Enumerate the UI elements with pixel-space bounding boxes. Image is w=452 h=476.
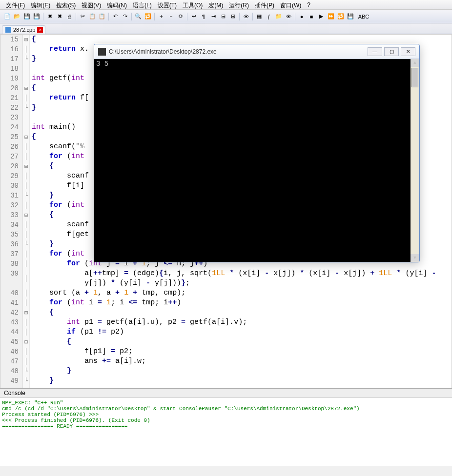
indent-button[interactable]: ⇥ — [209, 12, 218, 21]
console-stdout: 3 5 — [96, 60, 108, 68]
line-number: 20 — [0, 83, 19, 93]
child-console-window[interactable]: C:\Users\Administrator\Desktop\2872.exe … — [94, 44, 420, 262]
fold-column[interactable]: ⊟│└⊟│└⊟││⊟││└│⊟││└│││││⊟││⊟││└└ — [23, 35, 30, 388]
new-file-button[interactable]: 📄 — [3, 12, 12, 21]
fold-marker: │ — [23, 269, 29, 288]
fast-button[interactable]: ⏩ — [327, 12, 335, 21]
fold-marker[interactable]: ⊟ — [23, 83, 29, 93]
zoom-out-button[interactable]: － — [166, 12, 175, 21]
fold-marker: └ — [23, 376, 29, 386]
all-chars-button[interactable]: ¶ — [199, 12, 208, 21]
fold-marker: │ — [23, 249, 29, 259]
play-button[interactable]: ▶ — [317, 12, 326, 21]
save-all-button[interactable]: 💾 — [32, 12, 41, 21]
line-number: 33 — [0, 210, 19, 220]
save-macro-button[interactable]: 💾 — [346, 12, 355, 21]
console-output[interactable]: NPP_EXEC: "C++ Run" cmd /c (cd /d "C:\Us… — [0, 398, 452, 466]
console-window-body[interactable]: 3 5 ▲ ▼ — [94, 59, 419, 262]
code-line[interactable]: } — [32, 376, 452, 386]
fold-marker[interactable]: ⊟ — [23, 132, 29, 142]
code-line[interactable]: sort (a + 1, a + 1 + tmp, cmp); — [32, 288, 452, 298]
code-line[interactable]: for (int i = 1; i <= tmp; i++) — [32, 298, 452, 308]
func-list-button[interactable]: ƒ — [265, 12, 273, 21]
window-titlebar[interactable]: C:\Users\Administrator\Desktop\2872.exe … — [94, 44, 419, 59]
stop-button[interactable]: ■ — [307, 12, 316, 21]
menu-view[interactable]: 视图(V) — [79, 1, 104, 8]
code-line[interactable]: f[p1] = p2; — [32, 347, 452, 357]
save-button[interactable]: 💾 — [22, 12, 31, 21]
menu-tools[interactable]: 工具(O) — [180, 1, 205, 8]
file-tab[interactable]: 2872.cpp × — [2, 25, 45, 34]
menu-settings[interactable]: 设置(T) — [155, 1, 180, 8]
code-line[interactable]: ans += a[i].w; — [32, 357, 452, 366]
code-line[interactable]: { — [32, 35, 452, 44]
line-number: 30 — [0, 181, 19, 191]
fold-marker: │ — [23, 152, 29, 161]
menu-file[interactable]: 文件(F) — [3, 1, 28, 8]
record-button[interactable]: ● — [297, 12, 306, 21]
close-button[interactable]: ✕ — [401, 47, 415, 56]
fold-marker: │ — [23, 298, 29, 308]
sync-button[interactable]: ⟳ — [176, 12, 185, 21]
spell-button[interactable]: ABC — [359, 12, 368, 21]
hide-lines-button[interactable]: 👁 — [242, 12, 250, 21]
maximize-button[interactable]: ▢ — [384, 47, 399, 56]
minimize-button[interactable]: — — [368, 47, 382, 56]
fold-marker[interactable]: ⊟ — [23, 308, 29, 317]
loop-button[interactable]: 🔁 — [336, 12, 345, 21]
find-button[interactable]: 🔍 — [134, 12, 143, 21]
menu-run[interactable]: 运行(R) — [226, 1, 252, 8]
menu-language[interactable]: 语言(L) — [130, 1, 155, 8]
menu-window[interactable]: 窗口(W) — [277, 1, 304, 8]
fold-marker: │ — [23, 142, 29, 152]
undo-button[interactable]: ↶ — [111, 12, 120, 21]
monitor-button[interactable]: 👁 — [284, 12, 293, 21]
menu-search[interactable]: 搜索(S) — [53, 1, 79, 8]
paste-button[interactable]: 📋 — [98, 12, 106, 21]
redo-button[interactable]: ↷ — [121, 12, 129, 21]
menu-encoding[interactable]: 编码(N) — [104, 1, 130, 8]
code-line[interactable]: int p1 = getf(a[i].u), p2 = getf(a[i].v)… — [32, 317, 452, 327]
line-number: 40 — [0, 288, 19, 298]
scroll-up-button[interactable]: ▲ — [411, 59, 419, 67]
menu-macro[interactable]: 宏(M) — [205, 1, 226, 8]
fold-marker: └ — [23, 366, 29, 376]
line-number: 27 — [0, 152, 19, 161]
menu-edit[interactable]: 编辑(E) — [28, 1, 53, 8]
scrollbar[interactable]: ▲ ▼ — [411, 59, 419, 262]
cut-button[interactable]: ✂ — [78, 12, 87, 21]
fold-marker[interactable]: ⊟ — [23, 35, 29, 44]
unfold-button[interactable]: ⊞ — [228, 12, 237, 21]
app-icon — [98, 48, 106, 56]
scroll-thumb[interactable] — [411, 68, 418, 87]
fold-marker[interactable]: ⊟ — [23, 337, 29, 347]
fold-marker[interactable]: ⊟ — [23, 210, 29, 220]
doc-map-button[interactable]: ▦ — [255, 12, 264, 21]
line-number: 45 — [0, 337, 19, 347]
code-line[interactable]: a[++tmp] = (edge){i, j, sqrt(1LL * (x[i]… — [32, 269, 452, 288]
wordwrap-button[interactable]: ↩ — [189, 12, 198, 21]
zoom-in-button[interactable]: ＋ — [157, 12, 165, 21]
scroll-down-button[interactable]: ▼ — [411, 254, 419, 262]
replace-button[interactable]: 🔁 — [144, 12, 152, 21]
menu-help[interactable]: ? — [304, 1, 313, 8]
code-line[interactable]: { — [32, 308, 452, 317]
fold-marker: │ — [23, 347, 29, 357]
close-button[interactable]: ✖ — [45, 12, 54, 21]
print-button[interactable]: 🖨 — [65, 12, 74, 21]
fold-marker: └ — [23, 54, 29, 64]
close-all-button[interactable]: ✖ — [55, 12, 64, 21]
code-line[interactable]: if (p1 != p2) — [32, 327, 452, 337]
menu-plugins[interactable]: 插件(P) — [252, 1, 277, 8]
open-button[interactable]: 📂 — [13, 12, 21, 21]
folder-button[interactable]: 📁 — [274, 12, 283, 21]
code-line[interactable]: { — [32, 337, 452, 347]
toolbar-separator — [295, 13, 295, 20]
copy-button[interactable]: 📋 — [88, 12, 97, 21]
fold-marker — [23, 122, 29, 132]
line-number: 29 — [0, 171, 19, 181]
tab-close-button[interactable]: × — [37, 27, 43, 33]
fold-marker[interactable]: ⊟ — [23, 161, 29, 171]
fold-button[interactable]: ⊟ — [219, 12, 227, 21]
code-line[interactable]: } — [32, 366, 452, 376]
